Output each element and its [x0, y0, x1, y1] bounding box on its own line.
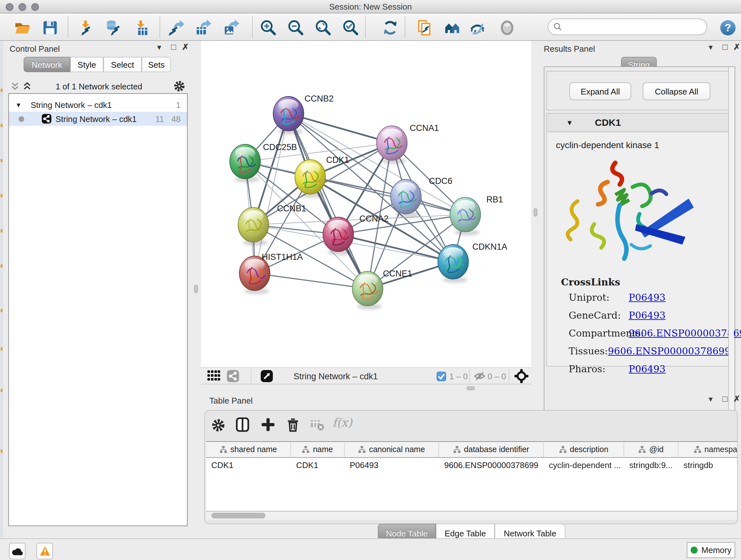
- network-edge[interactable]: [255, 114, 288, 273]
- table-cell[interactable]: 9606.ENSP00000378699: [439, 460, 544, 470]
- table-panel-float-icon[interactable]: □: [723, 394, 728, 403]
- column-header-description[interactable]: description: [544, 442, 624, 457]
- column-header-namespace[interactable]: namespace: [678, 442, 737, 457]
- crosslink-value-link[interactable]: P06493: [629, 310, 666, 321]
- network-options-gear-icon[interactable]: [174, 80, 185, 95]
- detach-view-icon[interactable]: [260, 370, 273, 385]
- table-cell[interactable]: CDK1: [206, 460, 291, 470]
- crosslink-value-link[interactable]: 9606.ENSP00000378699: [629, 327, 741, 339]
- control-panel-close-icon[interactable]: ✗: [182, 42, 189, 52]
- column-header-shared-name[interactable]: shared name: [206, 442, 291, 457]
- delete-table-icon[interactable]: [310, 420, 326, 434]
- zoom-in-button[interactable]: [259, 18, 278, 37]
- tab-sets[interactable]: Sets: [142, 57, 171, 72]
- crosslink-value-link[interactable]: P06493: [629, 292, 666, 303]
- expand-all-tree-icon[interactable]: [11, 82, 19, 93]
- column-header-canonical-name[interactable]: canonical name: [345, 442, 439, 457]
- crosslink-value-link[interactable]: P06493: [629, 363, 666, 375]
- network-row[interactable]: String Network – cdk1 11 48: [9, 112, 187, 126]
- table-cell[interactable]: stringdb:9...: [624, 460, 678, 470]
- show-columns-icon[interactable]: [235, 417, 250, 435]
- gene-collapse-icon[interactable]: ▼: [566, 119, 573, 126]
- export-network-button[interactable]: [166, 18, 186, 37]
- first-neighbors-button[interactable]: [415, 18, 434, 37]
- table-row[interactable]: CDK1CDK1P064939606.ENSP00000378699cyclin…: [206, 458, 737, 472]
- collapse-all-tree-icon[interactable]: [23, 82, 31, 93]
- network-node-CCNE1[interactable]: [352, 271, 383, 310]
- horizontal-splitter-handle[interactable]: [467, 386, 475, 390]
- right-splitter-handle[interactable]: [534, 208, 537, 216]
- zoom-selected-button[interactable]: [341, 18, 360, 37]
- network-collection-row[interactable]: ▼ String Network – cdk1 1: [9, 98, 187, 112]
- network-node-CCNB1[interactable]: [238, 207, 269, 246]
- control-panel-menu-icon[interactable]: ▼: [156, 44, 163, 51]
- network-node-CCNB2[interactable]: [273, 97, 304, 135]
- import-network-file-button[interactable]: [76, 18, 95, 37]
- network-node-CDKN1A[interactable]: [438, 245, 468, 283]
- crosslink-value-link[interactable]: 9606.ENSP00000378699: [608, 346, 731, 357]
- delete-column-trash-icon[interactable]: [286, 417, 300, 435]
- results-panel-float-icon[interactable]: □: [723, 42, 728, 52]
- zoom-fit-button[interactable]: [313, 18, 333, 37]
- network-node-CCNA1[interactable]: [377, 126, 407, 164]
- network-view-share-icon[interactable]: [226, 370, 239, 385]
- tab-select[interactable]: Select: [104, 57, 142, 72]
- apply-layout-button[interactable]: [381, 18, 400, 37]
- scrollbar-thumb[interactable]: [211, 513, 266, 518]
- network-node-CCNA2[interactable]: [323, 217, 354, 255]
- network-edge[interactable]: [288, 114, 392, 143]
- column-header-name[interactable]: name: [291, 442, 345, 457]
- warnings-button[interactable]: [37, 543, 53, 559]
- search-field[interactable]: [562, 22, 706, 32]
- show-hide-graphics-button[interactable]: [468, 18, 487, 37]
- add-column-icon[interactable]: [261, 418, 275, 434]
- network-node-HIST1H1A[interactable]: [239, 256, 270, 294]
- birds-eye-view-icon[interactable]: [515, 369, 529, 386]
- network-node-RB1[interactable]: [450, 197, 481, 236]
- left-splitter-handle[interactable]: [194, 285, 198, 293]
- help-button[interactable]: ?: [718, 18, 737, 37]
- memory-indicator[interactable]: Memory: [687, 542, 735, 558]
- column-header-database-identifier[interactable]: database identifier: [439, 442, 544, 457]
- table-cell[interactable]: P06493: [345, 460, 439, 470]
- import-table-button[interactable]: [131, 18, 150, 37]
- open-session-button[interactable]: [13, 18, 32, 37]
- tab-style[interactable]: Style: [70, 57, 104, 72]
- table-settings-gear-icon[interactable]: [211, 418, 225, 435]
- tab-network[interactable]: Network: [23, 57, 70, 72]
- import-network-database-button[interactable]: [104, 18, 123, 37]
- svg-text:?: ?: [724, 21, 731, 33]
- crosslink-label: GeneCard:: [569, 310, 629, 321]
- table-cell[interactable]: CDK1: [291, 460, 345, 470]
- table-cell[interactable]: stringdb: [678, 460, 737, 470]
- table-cell[interactable]: cyclin-dependent ...: [544, 460, 624, 470]
- gene-section-header[interactable]: ▼ CDK1: [547, 114, 732, 132]
- crosslink-row: Uniprot:P06493: [569, 292, 723, 303]
- group-annotations-button[interactable]: [442, 18, 461, 37]
- table-horizontal-scrollbar[interactable]: [206, 511, 737, 520]
- selected-checkbox-icon[interactable]: [436, 372, 446, 384]
- zoom-out-button[interactable]: [286, 18, 305, 37]
- results-panel-close-icon[interactable]: ✗: [733, 42, 740, 52]
- function-builder-icon[interactable]: f(x): [333, 416, 352, 429]
- collection-collapse-icon[interactable]: ▼: [15, 101, 24, 108]
- hidden-eye-icon[interactable]: [474, 371, 486, 384]
- grid-mode-icon[interactable]: [207, 370, 220, 384]
- expand-all-button[interactable]: Expand All: [569, 82, 631, 100]
- export-table-button[interactable]: [193, 18, 212, 37]
- control-panel-float-icon[interactable]: □: [171, 42, 176, 52]
- network-edge[interactable]: [255, 273, 367, 289]
- results-panel-menu-icon[interactable]: ▼: [707, 44, 714, 51]
- export-image-button[interactable]: [221, 18, 240, 37]
- table-panel-menu-icon[interactable]: ▼: [707, 395, 714, 403]
- network-canvas[interactable]: CCNB2CCNA1CDC25BCDK1CDC6RB1CCNB1CCNA2CDK…: [201, 41, 531, 367]
- table-panel-close-icon[interactable]: ✗: [733, 394, 740, 403]
- network-edge[interactable]: [288, 114, 367, 289]
- save-session-button[interactable]: [40, 18, 59, 37]
- cloud-button[interactable]: [9, 543, 25, 559]
- search-input[interactable]: [548, 18, 707, 35]
- collapse-all-button[interactable]: Collapse All: [643, 82, 711, 100]
- column-header-@id[interactable]: @id: [624, 442, 678, 457]
- level-of-detail-button[interactable]: [497, 18, 516, 37]
- network-node-CDC25B[interactable]: [230, 144, 260, 183]
